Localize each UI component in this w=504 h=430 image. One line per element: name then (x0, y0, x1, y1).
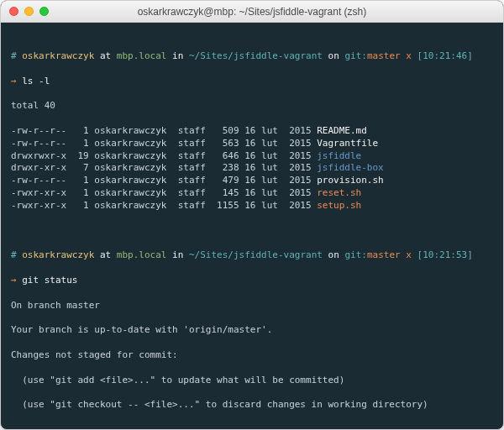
git-branch: master (367, 249, 401, 260)
terminal-content[interactable]: # oskarkrawczyk at mbp.local in ~/Sites/… (1, 23, 503, 429)
terminal-window: oskarkrawczyk@mbp: ~/Sites/jsfiddle-vagr… (0, 0, 504, 430)
ls-row: -rw-r--r-- 1 oskarkrawczyk staff 509 16 … (11, 125, 493, 138)
ls-meta: -rw-r--r-- 1 oskarkrawczyk staff 509 16 … (11, 125, 317, 136)
blank-line (11, 424, 493, 429)
ls-filename: jsfiddle-box (317, 162, 383, 173)
git-output: On branch master (11, 300, 493, 312)
ls-row: drwxr-xr-x 7 oskarkrawczyk staff 238 16 … (11, 162, 493, 175)
ls-filename: Vagrantfile (317, 138, 378, 149)
blank-line (11, 225, 493, 238)
prompt-arrow-icon: → (11, 275, 22, 286)
ls-row: -rw-r--r-- 1 oskarkrawczyk staff 479 16 … (11, 175, 493, 187)
ls-meta: -rw-r--r-- 1 oskarkrawczyk staff 563 16 … (11, 138, 317, 149)
close-icon[interactable] (9, 7, 18, 16)
prompt-path: ~/Sites/jsfiddle-vagrant (189, 249, 323, 260)
ls-filename: reset.sh (317, 187, 361, 198)
ls-meta: -rwxr-xr-x 1 oskarkrawczyk staff 1155 16… (11, 200, 317, 211)
window-title: oskarkrawczyk@mbp: ~/Sites/jsfiddle-vagr… (1, 6, 503, 18)
command-text: git status (22, 275, 77, 286)
git-output: (use "git checkout -- <file>..." to disc… (11, 399, 493, 412)
ls-row: -rwxr-xr-x 1 oskarkrawczyk staff 145 16 … (11, 187, 493, 200)
command-text: ls -l (22, 76, 50, 87)
ls-filename: setup.sh (317, 200, 361, 211)
prompt-hash: # (11, 50, 22, 61)
command-line: → ls -l (11, 76, 493, 88)
ls-meta: -rw-r--r-- 1 oskarkrawczyk staff 479 16 … (11, 175, 317, 186)
prompt-line: # oskarkrawczyk at mbp.local in ~/Sites/… (11, 249, 493, 262)
ls-meta: drwxr-xr-x 7 oskarkrawczyk staff 238 16 … (11, 162, 317, 173)
titlebar[interactable]: oskarkrawczyk@mbp: ~/Sites/jsfiddle-vagr… (1, 1, 503, 23)
ls-meta: -rwxr-xr-x 1 oskarkrawczyk staff 145 16 … (11, 187, 317, 198)
prompt-time: [10:21:46] (417, 50, 473, 61)
ls-row: drwxrwxr-x 19 oskarkrawczyk staff 646 16… (11, 150, 493, 163)
zoom-icon[interactable] (39, 7, 49, 16)
prompt-user: oskarkrawczyk (22, 249, 94, 260)
prompt-path: ~/Sites/jsfiddle-vagrant (189, 50, 323, 61)
git-dirty-icon: x (401, 50, 417, 61)
prompt-arrow-icon: → (11, 76, 22, 87)
ls-row: -rw-r--r-- 1 oskarkrawczyk staff 563 16 … (11, 138, 493, 150)
ls-filename: README.md (317, 125, 367, 136)
git-output: Changes not staged for commit: (11, 349, 493, 362)
prompt-user: oskarkrawczyk (22, 50, 94, 61)
window-controls (9, 7, 49, 16)
git-output: (use "git add <file>..." to update what … (11, 375, 493, 387)
prompt-line: # oskarkrawczyk at mbp.local in ~/Sites/… (11, 50, 493, 63)
command-line: → git status (11, 275, 493, 287)
ls-row: -rwxr-xr-x 1 oskarkrawczyk staff 1155 16… (11, 200, 493, 212)
git-output: Your branch is up-to-date with 'origin/m… (11, 324, 493, 337)
ls-total: total 40 (11, 100, 493, 113)
git-dirty-icon: x (401, 249, 417, 260)
ls-filename: provision.sh (317, 175, 383, 186)
git-branch: master (367, 50, 401, 61)
prompt-host: mbp.local (117, 50, 167, 61)
ls-meta: drwxrwxr-x 19 oskarkrawczyk staff 646 16… (11, 150, 317, 161)
prompt-time: [10:21:53] (417, 249, 473, 260)
prompt-host: mbp.local (117, 249, 167, 260)
minimize-icon[interactable] (24, 7, 34, 16)
ls-filename: jsfiddle (317, 150, 361, 161)
